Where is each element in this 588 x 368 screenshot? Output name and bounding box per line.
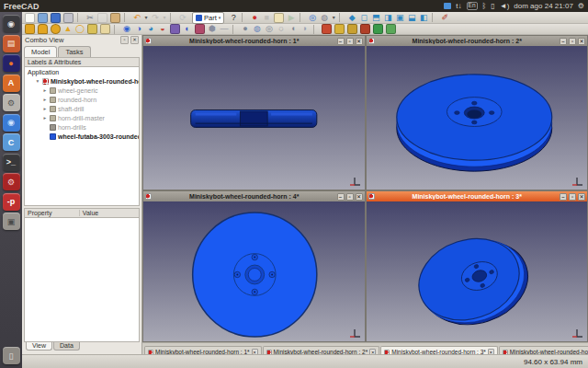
part-shape-from-mesh-icon[interactable] bbox=[347, 24, 357, 34]
freecad-icon[interactable]: ⚙ bbox=[3, 173, 20, 190]
view-front-icon[interactable]: ◻ bbox=[358, 13, 369, 23]
close-button[interactable]: ✕ bbox=[356, 193, 363, 201]
value-column[interactable]: Value bbox=[80, 210, 98, 216]
undo-icon[interactable]: ↶ bbox=[131, 13, 142, 23]
close-button[interactable]: ✕ bbox=[578, 38, 585, 45]
browser-icon[interactable]: ◉ bbox=[3, 114, 20, 132]
combo-view-titlebar[interactable]: Combo View ▫ ✕ bbox=[22, 35, 141, 45]
tab-data[interactable]: Data bbox=[53, 342, 80, 351]
part-mirror-icon[interactable] bbox=[373, 24, 383, 34]
tree-expander-icon[interactable]: ▸ bbox=[42, 106, 48, 111]
app-window-icon[interactable]: ▣ bbox=[3, 213, 20, 230]
minimize-button[interactable]: – bbox=[337, 38, 345, 45]
macro-edit-icon[interactable] bbox=[274, 13, 284, 23]
cut-icon[interactable]: ✂ bbox=[85, 13, 96, 23]
software-center-icon[interactable]: A bbox=[3, 75, 20, 92]
app-p-icon[interactable]: -p bbox=[3, 193, 20, 211]
maximize-button[interactable]: ▫ bbox=[346, 38, 354, 45]
viewport-3-titlebar[interactable]: Miniskybot-wheel-rounded-horn : 3* – ▫ ✕ bbox=[367, 191, 588, 201]
workbench-selector[interactable]: Part ▾ bbox=[192, 12, 224, 24]
property-table-body[interactable] bbox=[24, 218, 140, 342]
measure-distance-icon[interactable]: ✐ bbox=[439, 13, 450, 23]
close-button[interactable]: ✕ bbox=[578, 193, 585, 201]
part-compound-icon[interactable]: ◖ bbox=[288, 24, 299, 34]
view-top-icon[interactable]: ⬒ bbox=[370, 13, 381, 23]
part-section-icon[interactable] bbox=[322, 24, 332, 34]
view-right-icon[interactable]: ◨ bbox=[382, 13, 393, 23]
tree-item[interactable]: ▸rounded-horn bbox=[25, 95, 139, 104]
part-boolean-icon[interactable]: ◉ bbox=[121, 24, 132, 34]
part-chamfer-icon[interactable]: ⬢ bbox=[207, 24, 218, 34]
part-cross-sections-icon[interactable] bbox=[334, 24, 345, 34]
volume-indicator-icon[interactable]: ◄) bbox=[500, 3, 510, 10]
tree-expander-icon[interactable]: ▸ bbox=[42, 97, 48, 102]
viewport-4-titlebar[interactable]: Miniskybot-wheel-rounded-horn : 4* – ▫ ✕ bbox=[143, 191, 365, 201]
terminal-icon[interactable]: >_ bbox=[3, 154, 20, 171]
tab-tasks[interactable]: Tasks bbox=[58, 46, 90, 57]
dash-home-icon[interactable]: ◉ bbox=[3, 15, 20, 32]
part-torus-icon[interactable]: ◯ bbox=[74, 24, 85, 34]
tab-view[interactable]: View bbox=[26, 342, 52, 351]
maximize-button[interactable]: ▫ bbox=[569, 38, 576, 45]
draw-style-arrow-icon[interactable]: ▾ bbox=[331, 13, 336, 23]
save-document-icon[interactable] bbox=[51, 13, 61, 23]
tree-expander-icon[interactable]: ▾ bbox=[35, 78, 40, 84]
paste-icon[interactable] bbox=[110, 13, 120, 23]
part-cut-icon[interactable]: ◑ bbox=[133, 24, 144, 34]
fit-all-icon[interactable]: ◎ bbox=[307, 13, 318, 23]
part-simple-copy-icon[interactable]: ◗ bbox=[300, 24, 311, 34]
clock[interactable]: dom ago 24 21:07 bbox=[514, 3, 573, 10]
part-primitives-icon[interactable] bbox=[87, 24, 97, 34]
part-sweep-icon[interactable]: ◍ bbox=[252, 24, 263, 34]
bluetooth-indicator-icon[interactable]: ᛒ bbox=[482, 3, 487, 10]
firefox-icon[interactable]: ● bbox=[3, 54, 20, 72]
whats-this-icon[interactable]: ? bbox=[228, 13, 239, 23]
viewport-1-titlebar[interactable]: Miniskybot-wheel-rounded-horn : 1* – ▫ ✕ bbox=[143, 36, 365, 46]
maximize-button[interactable]: ▫ bbox=[569, 193, 576, 201]
tree-item[interactable]: ▸shaft-drill bbox=[25, 104, 139, 113]
panel-float-button[interactable]: ▫ bbox=[120, 36, 129, 44]
part-thickness-icon[interactable]: ◌ bbox=[276, 24, 287, 34]
property-column[interactable]: Property bbox=[25, 210, 80, 216]
part-shapebuilder-icon[interactable] bbox=[100, 24, 110, 34]
keyboard-layout-indicator-icon[interactable]: En bbox=[467, 2, 478, 10]
chromium-icon[interactable]: C bbox=[3, 133, 20, 151]
open-document-icon[interactable] bbox=[38, 13, 48, 23]
battery-indicator-icon[interactable]: ▯ bbox=[491, 3, 494, 10]
part-common-icon[interactable]: ◒ bbox=[157, 24, 168, 34]
view-axonometric-icon[interactable]: ◆ bbox=[346, 13, 357, 23]
part-sphere-icon[interactable] bbox=[51, 24, 61, 34]
new-document-icon[interactable] bbox=[25, 13, 35, 23]
tree-item[interactable]: ▾Miniskybot-wheel-rounded-horn bbox=[25, 76, 139, 86]
tree-item[interactable]: horn-drills bbox=[25, 122, 139, 132]
close-button[interactable]: ✕ bbox=[356, 38, 363, 45]
viewport-3-canvas[interactable] bbox=[367, 201, 588, 341]
tree-expander-icon[interactable]: ▸ bbox=[42, 115, 48, 121]
system-settings-icon[interactable]: ⚙ bbox=[3, 94, 20, 111]
files-icon[interactable]: ▤ bbox=[3, 35, 20, 52]
part-refine-shape-icon[interactable] bbox=[386, 24, 396, 34]
part-offset-icon[interactable]: ◎ bbox=[264, 24, 275, 34]
part-loft-icon[interactable]: ● bbox=[240, 24, 251, 34]
tab-model[interactable]: Model bbox=[24, 46, 57, 57]
panel-close-button[interactable]: ✕ bbox=[130, 36, 139, 44]
part-extrude-icon[interactable] bbox=[170, 24, 180, 34]
minimize-button[interactable]: – bbox=[560, 193, 567, 201]
part-fillet-icon[interactable] bbox=[195, 24, 205, 34]
view-bottom-icon[interactable]: ⬓ bbox=[406, 13, 417, 23]
viewport-2-titlebar[interactable]: Miniskybot-wheel-rounded-horn : 2* – ▫ ✕ bbox=[367, 36, 588, 46]
part-union-icon[interactable]: ◕ bbox=[145, 24, 156, 34]
tree-item[interactable]: ▸horn-drill-master bbox=[25, 113, 139, 122]
part-cylinder-icon[interactable] bbox=[38, 24, 48, 34]
part-revolve-icon[interactable]: ◐ bbox=[182, 24, 193, 34]
trash-icon[interactable]: ▯ bbox=[3, 347, 20, 364]
viewport-1-canvas[interactable] bbox=[143, 46, 365, 190]
part-box-icon[interactable] bbox=[25, 24, 35, 34]
input-method-indicator-icon[interactable]: t↓ bbox=[456, 3, 461, 10]
print-icon[interactable] bbox=[63, 13, 74, 23]
minimize-button[interactable]: – bbox=[337, 193, 345, 201]
view-rear-icon[interactable]: ▣ bbox=[394, 13, 405, 23]
part-convert-to-solid-icon[interactable] bbox=[360, 24, 370, 34]
session-gear-icon[interactable]: ⚙ bbox=[578, 3, 584, 10]
tree-item[interactable]: ▸wheel-generic bbox=[25, 86, 139, 95]
